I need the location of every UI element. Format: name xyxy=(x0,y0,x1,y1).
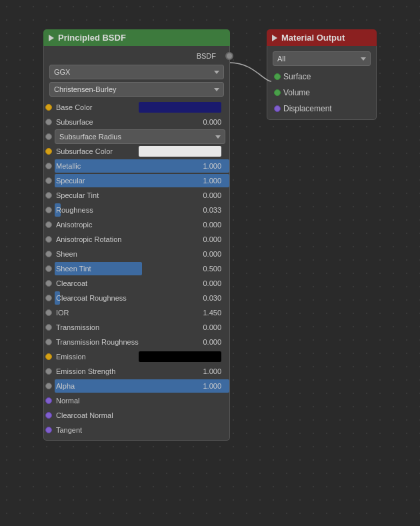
displacement-socket[interactable] xyxy=(274,105,281,112)
specular-tint-socket[interactable] xyxy=(45,192,52,199)
christensen-label: Christensen-Burley xyxy=(54,85,117,93)
specular-label: Specular xyxy=(55,177,203,185)
transmission-row: Transmission 0.000 xyxy=(44,320,229,335)
alpha-value: 1.000 xyxy=(203,382,221,390)
christensen-arrow-icon xyxy=(214,88,219,91)
clearcoat-normal-label: Clearcoat Normal xyxy=(55,411,225,419)
anisotropic-socket[interactable] xyxy=(45,221,52,228)
volume-label: Volume xyxy=(283,88,310,97)
anisotropic-rotation-row: Anisotropic Rotation 0.000 xyxy=(44,232,229,247)
metallic-value: 1.000 xyxy=(203,162,221,170)
mo-select-arrow-icon xyxy=(361,57,366,61)
specular-value: 1.000 xyxy=(203,177,221,185)
principled-bsdf-title: Principled BSDF xyxy=(58,33,126,43)
transmission-socket[interactable] xyxy=(45,324,52,331)
ior-label: IOR xyxy=(55,309,203,317)
clearcoat-label: Clearcoat xyxy=(55,279,203,287)
roughness-row: Roughness 0.033 xyxy=(44,203,229,217)
specular-socket[interactable] xyxy=(45,177,52,184)
clearcoat-normal-row: Clearcoat Normal xyxy=(44,408,229,423)
sheen-tint-socket[interactable] xyxy=(45,265,52,272)
ior-socket[interactable] xyxy=(45,309,52,316)
anisotropic-rotation-socket[interactable] xyxy=(45,236,52,243)
metallic-socket[interactable] xyxy=(45,163,52,169)
base-color-label: Base Color xyxy=(55,103,139,111)
anisotropic-label: Anisotropic xyxy=(55,221,203,229)
anisotropic-rotation-label: Anisotropic Rotation xyxy=(55,235,203,243)
clearcoat-socket[interactable] xyxy=(45,280,52,287)
mo-select-value: All xyxy=(277,55,285,63)
roughness-socket[interactable] xyxy=(45,207,52,213)
subsurface-color-socket[interactable] xyxy=(45,148,52,155)
clearcoat-roughness-value: 0.030 xyxy=(203,294,221,302)
tangent-label: Tangent xyxy=(55,426,225,434)
roughness-value: 0.033 xyxy=(203,206,221,214)
emission-strength-socket[interactable] xyxy=(45,368,52,375)
ggx-dropdown-row: GGX xyxy=(44,63,229,81)
emission-label: Emission xyxy=(55,353,139,361)
metallic-label: Metallic xyxy=(55,162,203,170)
material-output-node: Material Output All Surface Volume Displ… xyxy=(267,29,377,120)
subsurface-radius-dropdown[interactable]: Subsurface Radius xyxy=(55,129,225,144)
clearcoat-roughness-socket[interactable] xyxy=(45,295,52,301)
emission-socket[interactable] xyxy=(45,353,52,360)
surface-label: Surface xyxy=(283,72,311,81)
emission-color-swatch[interactable] xyxy=(139,351,221,362)
ggx-dropdown[interactable]: GGX xyxy=(49,65,224,79)
ggx-arrow-icon xyxy=(214,71,219,74)
anisotropic-rotation-value: 0.000 xyxy=(203,235,221,243)
sheen-label: Sheen xyxy=(55,250,203,258)
transmission-roughness-value: 0.000 xyxy=(203,338,221,346)
christensen-dropdown[interactable]: Christensen-Burley xyxy=(49,82,224,97)
ior-row: IOR 1.450 xyxy=(44,305,229,320)
clearcoat-roughness-label: Clearcoat Roughness xyxy=(55,294,203,302)
surface-row: Surface xyxy=(267,69,376,85)
clearcoat-roughness-row: Clearcoat Roughness 0.030 xyxy=(44,291,229,305)
collapse-icon xyxy=(49,35,54,41)
surface-socket[interactable] xyxy=(274,73,281,80)
bsdf-output-socket[interactable] xyxy=(225,52,233,60)
tangent-socket[interactable] xyxy=(45,427,52,433)
subsurface-color-row: Subsurface Color xyxy=(44,144,229,159)
mo-collapse-icon xyxy=(272,35,277,41)
principled-bsdf-header[interactable]: Principled BSDF xyxy=(43,29,230,46)
sheen-socket[interactable] xyxy=(45,251,52,257)
subsurface-radius-row: Subsurface Radius xyxy=(44,129,229,144)
subsurface-radius-label: Subsurface Radius xyxy=(59,133,121,141)
ggx-label: GGX xyxy=(54,68,70,76)
bsdf-output-label: BSDF xyxy=(197,52,216,60)
normal-socket[interactable] xyxy=(45,397,52,404)
specular-tint-row: Specular Tint 0.000 xyxy=(44,188,229,203)
displacement-row: Displacement xyxy=(267,101,376,117)
base-color-row: Base Color xyxy=(44,100,229,115)
material-output-body: All Surface Volume Displacement xyxy=(267,46,377,120)
base-color-swatch[interactable] xyxy=(139,102,221,113)
sheen-value: 0.000 xyxy=(203,250,221,258)
clearcoat-normal-socket[interactable] xyxy=(45,412,52,419)
mo-select[interactable]: All xyxy=(273,51,371,66)
base-color-socket[interactable] xyxy=(45,104,52,111)
sheen-tint-row: Sheen Tint 0.500 xyxy=(44,261,229,276)
normal-label: Normal xyxy=(55,397,225,405)
displacement-label: Displacement xyxy=(283,104,332,113)
volume-socket[interactable] xyxy=(274,89,281,96)
transmission-value: 0.000 xyxy=(203,323,221,331)
subsurface-radius-arrow-icon xyxy=(215,135,221,139)
clearcoat-row: Clearcoat 0.000 xyxy=(44,276,229,291)
alpha-socket[interactable] xyxy=(45,383,52,389)
anisotropic-row: Anisotropic 0.000 xyxy=(44,217,229,232)
christensen-dropdown-row: Christensen-Burley xyxy=(44,81,229,98)
transmission-roughness-socket[interactable] xyxy=(45,339,52,345)
material-output-header[interactable]: Material Output xyxy=(267,29,377,46)
sheen-tint-label: Sheen Tint xyxy=(55,265,203,273)
subsurface-label: Subsurface xyxy=(55,118,203,126)
subsurface-color-label: Subsurface Color xyxy=(55,147,139,155)
subsurface-color-swatch[interactable] xyxy=(139,146,221,157)
specular-tint-label: Specular Tint xyxy=(55,191,203,199)
subsurface-socket[interactable] xyxy=(45,119,52,125)
volume-row: Volume xyxy=(267,85,376,101)
subsurface-radius-socket[interactable] xyxy=(45,133,52,140)
transmission-label: Transmission xyxy=(55,323,203,331)
metallic-row: Metallic 1.000 xyxy=(44,159,229,173)
emission-strength-label: Emission Strength xyxy=(55,367,203,375)
